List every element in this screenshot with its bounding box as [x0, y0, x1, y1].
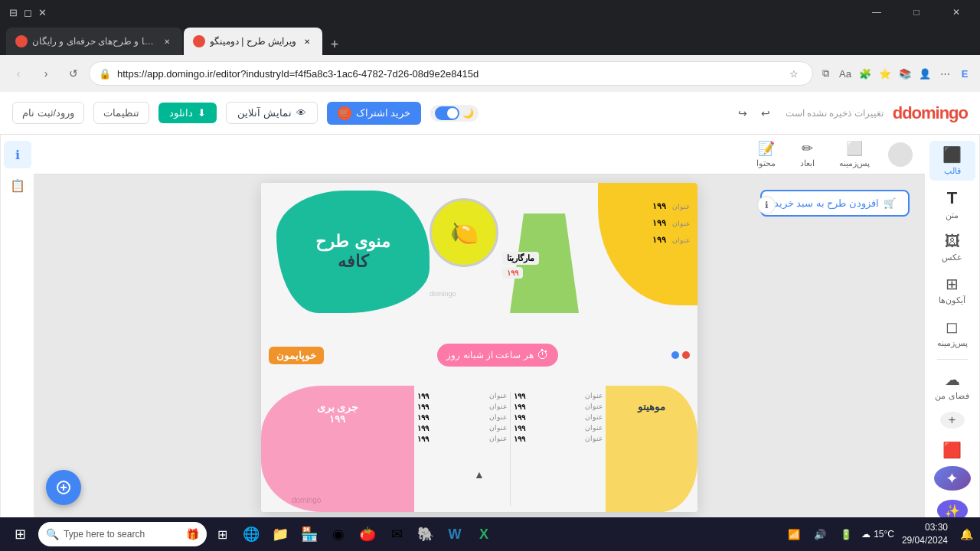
tab-templates[interactable]: قالب‌ها و طرح‌های حرفه‌ای و رایگان ✕ — [6, 28, 182, 55]
search-icon: 🔍 — [46, 528, 59, 540]
dimensions-toolbar-item[interactable]: ✏ ابعاد — [794, 137, 821, 171]
back-btn[interactable]: ‹ — [6, 61, 31, 86]
canvas-up-arrow[interactable]: ▲ — [469, 467, 490, 482]
browser-extras: ⧉ Aa 🧩 ⭐ 📚 👤 ⋯ E — [816, 64, 974, 83]
edge-icon[interactable]: E — [956, 64, 974, 83]
favorites-icon[interactable]: ⭐ — [876, 64, 894, 83]
tab-editor[interactable]: ویرایش طرح | دومینگو ✕ — [184, 28, 322, 55]
lemon-decoration: 🍋 — [430, 198, 498, 267]
title-bar: ⊟ ◻ ✕ — □ ✕ — [0, 0, 980, 24]
background-color-swatch[interactable] — [888, 142, 913, 167]
right-drink-section: موهیتو — [606, 386, 697, 512]
sidebar-plus-btn[interactable]: + — [940, 412, 965, 429]
redo-btn[interactable]: ↪ — [732, 103, 753, 124]
khoopaymoon-label: خوپایمون — [269, 347, 324, 364]
minimize-btn[interactable]: — — [859, 0, 894, 24]
margarita-price: ۱۹۹ — [507, 269, 518, 277]
image-icon: 🖼 — [945, 233, 960, 250]
ai-star-icon: ✨ — [945, 504, 960, 518]
header-status: تغییرات ذخیره نشده است — [786, 108, 884, 119]
preview-online-btn[interactable]: 👁 نمایش آنلاین — [226, 102, 318, 124]
tab-bar: قالب‌ها و طرح‌های حرفه‌ای و رایگان ✕ ویر… — [0, 24, 980, 55]
start-btn[interactable]: ⊞ — [3, 520, 37, 548]
undo-redo-controls: ↩ ↪ — [732, 103, 776, 124]
canvas-container[interactable]: 🛒 افزودن طرح به سبد خرید ℹ منوی طرح کافه… — [34, 174, 925, 520]
download-icon: ⬇ — [198, 107, 206, 119]
info-sidebar-btn[interactable]: ℹ — [4, 141, 31, 168]
sidebar-image-item[interactable]: 🖼 عکس — [929, 228, 975, 267]
sidebar-background-item[interactable]: ◻ پس‌زمینه — [929, 313, 975, 353]
ai-assistant-btn[interactable]: ✦ — [934, 466, 971, 491]
split-icon[interactable]: ⧉ — [816, 64, 835, 83]
menu-design[interactable]: منوی طرح کافه 🍋 مارگاریتا ۱۹۹ — [261, 183, 697, 512]
sidebar-text-item[interactable]: T متن — [929, 184, 975, 225]
add-to-cart-btn[interactable]: 🛒 افزودن طرح به سبد خرید — [760, 190, 910, 217]
refresh-btn[interactable]: ↺ — [61, 61, 86, 86]
buy-label: خرید اشتراک — [356, 107, 411, 119]
address-input[interactable]: 🔒 https://app.domingo.ir/editor?industry… — [89, 61, 813, 86]
sidebar-myspace-item[interactable]: ☁ فضای من — [929, 366, 975, 406]
buy-subscription-btn[interactable]: خرید اشتراک 🛒 — [327, 102, 422, 125]
menu-right-items: عنوان۱۹۹ عنوان۱۹۹ عنوان۱۹۹ عنوان۱۹۹ عنوا… — [511, 386, 606, 512]
content-toolbar-item[interactable]: 📝 محتوا — [750, 137, 782, 171]
volume-icon[interactable]: 🔊 — [809, 523, 831, 545]
left-drink-section: جری بری ۱۹۹ — [261, 386, 414, 512]
sidebar-icons-item[interactable]: ⊞ آیکون‌ها — [929, 270, 975, 310]
address-bar: ‹ › ↺ 🔒 https://app.domingo.ir/editor?in… — [0, 55, 980, 92]
search-placeholder-text: Type here to search — [64, 529, 145, 540]
edge-taskbar-btn[interactable]: 🌐 — [237, 520, 265, 548]
forward-btn[interactable]: › — [34, 61, 58, 86]
task-view-btn[interactable]: ⊞ — [208, 520, 236, 548]
taskbar-clock[interactable]: 03:30 29/04/2024 — [899, 521, 951, 547]
file-explorer-btn[interactable]: 📁 — [266, 520, 294, 548]
menu-title-line1: منوی طرح — [315, 232, 390, 252]
address-text: https://app.domingo.ir/editor?industryId… — [117, 68, 779, 80]
word-taskbar-btn[interactable]: W — [441, 520, 469, 548]
fab-btn[interactable] — [46, 470, 81, 505]
new-tab-btn[interactable]: + — [324, 34, 345, 55]
collections-icon[interactable]: 📚 — [896, 64, 914, 83]
gmail-taskbar-btn[interactable]: ✉ — [383, 520, 410, 548]
battery-icon[interactable]: 🔋 — [835, 523, 857, 545]
elephant-taskbar-btn[interactable]: 🐘 — [412, 520, 439, 548]
login-btn[interactable]: ورود/ثبت نام — [12, 102, 84, 124]
clock-date: 29/04/2024 — [902, 534, 948, 547]
image-label: عکس — [942, 253, 962, 262]
icons-icon: ⊞ — [946, 275, 959, 293]
download-btn[interactable]: ⬇ دانلود — [158, 103, 217, 123]
excel-taskbar-btn[interactable]: X — [470, 520, 498, 548]
background-icon: ⬜ — [846, 140, 863, 157]
tab-close-2[interactable]: ✕ — [301, 35, 313, 47]
canvas-info-btn[interactable]: ℹ — [757, 196, 776, 214]
close-btn[interactable]: ✕ — [939, 0, 974, 24]
app-logo: ddomingo — [893, 103, 968, 123]
wifi-icon[interactable]: 📶 — [783, 523, 805, 545]
jeri-beri-price: ۱۹۹ — [317, 413, 359, 425]
notification-btn[interactable]: 🔔 — [956, 523, 977, 545]
sidebar-templates-item[interactable]: ⬛ قالب — [929, 141, 975, 181]
store-taskbar-btn[interactable]: 🏪 — [296, 520, 323, 548]
menu-middle-items: عنوان۱۹۹ عنوان۱۹۹ عنوان۱۹۹ عنوان۱۹۹ عنوا… — [414, 386, 510, 512]
jeri-beri-label: جری بری — [317, 401, 359, 413]
dimensions-icon: ✏ — [802, 140, 813, 157]
theme-toggle[interactable]: 🌙 — [430, 105, 479, 122]
clipboard-sidebar-btn[interactable]: 📋 — [4, 171, 31, 199]
profile-icon[interactable]: 👤 — [916, 64, 934, 83]
bookmark-icon[interactable]: ☆ — [785, 64, 803, 83]
taskbar-search[interactable]: 🔍 Type here to search 🎁 — [38, 522, 207, 546]
reading-icon[interactable]: Aa — [836, 64, 854, 83]
temp-display: ☁15°C — [861, 529, 894, 540]
watermark-mid: domingo — [430, 290, 456, 298]
right-sidebar: ⬛ قالب T متن 🖼 عکس ⊞ آیکون‌ها ◻ پس‌زمینه… — [925, 135, 980, 551]
maximize-btn[interactable]: □ — [899, 0, 934, 24]
background-toolbar-item[interactable]: ⬜ پس‌زمینه — [833, 137, 876, 171]
sidebar-red-item[interactable]: 🟥 — [934, 438, 971, 463]
chrome-taskbar-btn[interactable]: ◉ — [325, 520, 352, 548]
settings-btn[interactable]: تنظیمات — [93, 102, 149, 124]
more-btn[interactable]: ⋯ — [936, 64, 954, 83]
extensions-icon[interactable]: 🧩 — [856, 64, 874, 83]
pomodoro-taskbar-btn[interactable]: 🍅 — [354, 520, 381, 548]
undo-btn[interactable]: ↩ — [755, 103, 776, 124]
toggle-switch[interactable] — [435, 106, 459, 120]
tab-close-1[interactable]: ✕ — [161, 35, 173, 47]
